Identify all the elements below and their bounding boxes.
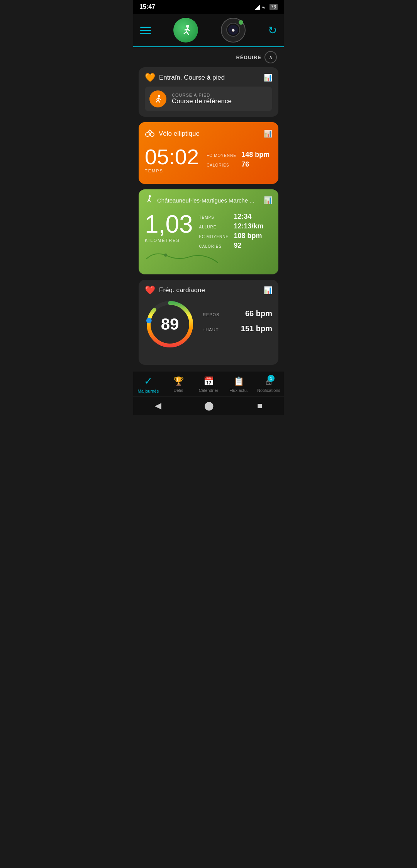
velo-fc-label: FC MOYENNE [207,153,237,158]
svg-line-15 [158,100,160,102]
status-icons: ∿ 76 [255,4,278,10]
walk-stat-row: TEMPS 12:34 [199,213,272,221]
heart-repos-label: REPOS [203,312,220,317]
velo-time-label: TEMPS [145,168,199,173]
svg-point-19 [150,133,154,136]
reduce-bar: RÉDUIRE ∧ [133,47,284,67]
top-nav: ⌚ ↻ [133,14,284,47]
menu-button[interactable] [140,27,151,34]
walk-icon [145,195,153,206]
recents-button[interactable]: ■ [257,401,262,411]
walk-stat-value: 12:34 [234,213,252,221]
cards-container: 🧡 Entraîn. Course à pied 📊 COURSE À PIED… [133,67,284,365]
watch-connected-dot [239,20,243,25]
training-avatar [149,90,166,107]
walk-stat-label: ALLURE [199,225,230,229]
walk-stat-row: ALLURE 12:13/km [199,222,272,230]
elliptical-icon [145,128,155,138]
walk-stat-value: 12:13/km [234,222,264,230]
walk-km-label: KILOMÈTRES [145,238,193,243]
status-time: 15:47 [139,3,155,10]
training-card-title: Entraîn. Course à pied [159,74,225,82]
velo-cal-value: 76 [241,160,249,168]
watch-button[interactable]: ⌚ [221,18,246,43]
training-name: Course de référence [172,97,232,105]
walk-card-header: Châteauneuf-les-Martigues Marche ... 📊 [145,195,272,206]
svg-line-14 [156,100,158,102]
heart-chart-icon: 📊 [264,286,272,294]
training-card[interactable]: 🧡 Entraîn. Course à pied 📊 COURSE À PIED… [139,67,278,117]
signal-icon [255,4,260,10]
velo-icon [145,128,155,140]
svg-point-23 [149,195,151,197]
battery-indicator: 76 [270,4,278,10]
svg-point-3 [186,25,189,28]
nav-item-defis[interactable]: 🏆 Défis [167,376,190,393]
wifi-icon: ∿ [262,4,268,10]
watch-icon: ⌚ [226,22,241,37]
velo-fc-value: 148 bpm [241,151,270,159]
heart-haut-label: +HAUT [203,327,219,332]
walk-stat-label: TEMPS [199,215,230,220]
walk-stats: TEMPS 12:34 ALLURE 12:13/km FC MOYENNE 1… [199,213,272,250]
whistle-icon: 🧡 [145,73,155,83]
back-button[interactable]: ◀ [155,401,161,411]
nav-label-notifications: Notifications [257,388,280,393]
nav-label-calendrier: Calendrier [199,388,219,393]
reduce-label: RÉDUIRE [236,54,261,60]
velo-chart-icon: 📊 [264,129,272,138]
walk-stat-value: 108 bpm [234,232,262,240]
svg-line-21 [150,130,152,133]
walking-icon [145,195,153,203]
svg-point-12 [158,95,160,97]
walk-stat-row: FC MOYENNE 108 bpm [199,232,272,240]
training-sub-card[interactable]: COURSE À PIED Course de référence [145,87,272,111]
svg-line-26 [149,200,151,202]
svg-point-28 [164,254,167,257]
svg-text:⌚: ⌚ [231,28,235,32]
nav-label-ma-journee: Ma journée [137,389,159,393]
runner-icon [153,94,163,104]
nav-item-calendrier[interactable]: 📅 Calendrier [197,376,220,393]
walk-card-title: Châteauneuf-les-Martigues Marche ... [157,197,254,204]
walk-km: 1,03 [145,212,193,237]
nav-item-ma-journee[interactable]: ✓ Ma journée [137,375,160,393]
nav-item-flux[interactable]: 📋 Flux actu. [227,376,250,393]
walk-stat-value: 92 [234,242,242,250]
logo-icon [178,22,193,38]
home-button[interactable]: ⬤ [204,401,214,411]
news-icon: 📋 [234,376,244,386]
velo-card-header: Vélo elliptique 📊 [145,128,272,140]
training-card-header: 🧡 Entraîn. Course à pied 📊 [145,73,272,83]
status-bar: 15:47 ∿ 76 [133,0,284,14]
nav-label-flux: Flux actu. [229,388,248,393]
reduce-button[interactable]: ∧ [264,51,277,63]
velo-card-title: Vélo elliptique [159,130,200,138]
notification-badge: 1 [268,375,275,382]
heart-stats: REPOS 66 bpm +HAUT 151 bpm [203,309,272,339]
bottom-nav: ✓ Ma journée 🏆 Défis 📅 Calendrier 📋 Flux… [133,371,284,397]
app-logo[interactable] [173,18,198,43]
walk-stat-label: FC MOYENNE [199,235,230,239]
walk-chart-icon: 📊 [264,196,272,204]
watch-face: ⌚ [226,22,241,38]
velo-time: 05:02 [145,146,199,168]
svg-point-18 [146,133,149,136]
heart-card-header: ❤️ Fréq. cardiaque 📊 [145,285,272,295]
chart-icon: 📊 [264,73,272,82]
heart-icon: ❤️ [145,285,155,295]
heart-card[interactable]: ❤️ Fréq. cardiaque 📊 [139,280,278,365]
heart-repos-value: 66 bpm [245,309,272,318]
heart-card-title: Fréq. cardiaque [159,286,205,294]
walk-card[interactable]: Châteauneuf-les-Martigues Marche ... 📊 1… [139,189,278,274]
nav-label-defis: Défis [173,388,183,393]
map-path-overlay [142,247,220,271]
nav-item-notifications[interactable]: 🖨 1 Notifications [257,376,280,393]
trophy-icon: 🏆 [173,376,184,386]
training-type: COURSE À PIED [172,93,232,97]
checkmark-icon: ✓ [144,375,153,387]
refresh-button[interactable]: ↻ [268,24,277,37]
heart-content: 89 REPOS 66 bpm +HAUT 151 bpm [145,299,272,349]
heart-haut-value: 151 bpm [241,324,272,333]
velo-card[interactable]: Vélo elliptique 📊 05:02 TEMPS FC MOYENNE… [139,122,278,184]
